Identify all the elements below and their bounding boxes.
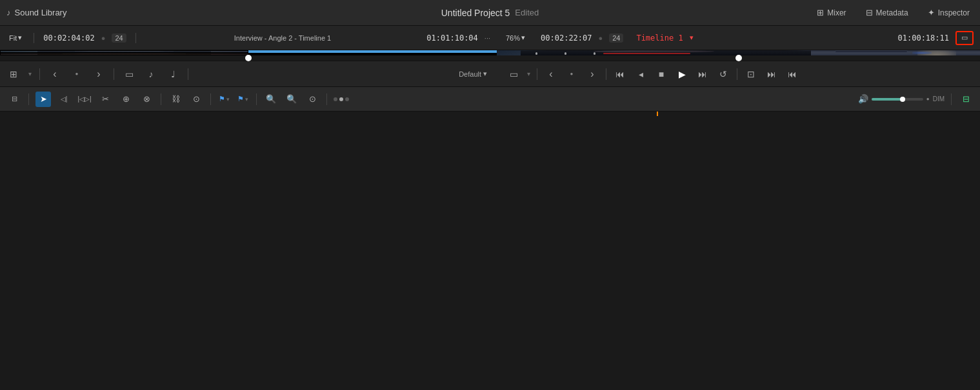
zoom-in-button[interactable]: 🔍 [263, 92, 279, 107]
zoom-in-icon: 🔍 [266, 94, 276, 104]
select-icon: ➤ [40, 94, 47, 104]
left-playhead-time: 01:01:10:04 [426, 34, 477, 43]
toolbar-separator-5 [326, 93, 327, 105]
prev-cut-button[interactable]: ‹ [48, 67, 62, 81]
settings-icon: ⊟ [12, 95, 17, 103]
jog-mark-button[interactable]: ● [565, 67, 579, 81]
volume-icon: 🔊 [858, 94, 868, 104]
mark-button[interactable]: ● [70, 67, 84, 81]
skip-forward-button[interactable]: ⏭ [695, 67, 710, 81]
snapping-icon: ⊙ [193, 94, 200, 104]
dim-dot: ● [926, 96, 930, 102]
timeline-label: Timeline 1 [636, 34, 683, 43]
trim-both-icon: |◁▷| [77, 95, 91, 102]
left-fps-badge: 24 [112, 34, 126, 43]
zoom-dot-3[interactable] [345, 97, 349, 101]
snapping-button[interactable]: ⊙ [188, 92, 204, 107]
jog-prev-button[interactable]: ‹ [544, 67, 558, 81]
timeline-bar[interactable] [0, 111, 980, 116]
bottom-toolbar: ⊟ ➤ ◁| |◁▷| ✂ ⊕ ⊗ ⛓ ⊙ ⚑ ▾ ⚑ ▾ 🔍 🔍 ⊙ [0, 86, 980, 111]
zoom-fit-icon: ⊙ [309, 94, 316, 104]
jog-next-button[interactable]: › [585, 67, 599, 81]
loop-button[interactable]: ↺ [716, 67, 730, 81]
metadata-button[interactable]: ⊟ Metadata [862, 6, 912, 19]
left-column: Fit ▾ 00:02:04:02 ● 24 Interview - Angle… [0, 26, 497, 61]
volume-knob[interactable] [900, 97, 905, 102]
skip-fwd-icon: ⏭ [698, 69, 707, 79]
start-icon: ⏮ [788, 69, 797, 79]
inspector-button[interactable]: ✦ Inspector [924, 6, 974, 19]
panels-row: Fit ▾ 00:02:04:02 ● 24 Interview - Angle… [0, 26, 980, 61]
left-playback-controls: ⊞ ▾ ‹ ● › ▭ ♪ ♩ Default ▾ [0, 61, 497, 86]
mark-icon: ● [75, 71, 79, 77]
jog-next-icon: › [590, 68, 594, 80]
volume-area: 🔊 ● DIM [858, 94, 945, 104]
toolbar-separator-3 [210, 93, 211, 105]
zoom-out-button[interactable]: 🔍 [284, 92, 299, 107]
insert-button[interactable]: ⊕ [118, 92, 134, 107]
play-button[interactable]: ▶ [675, 67, 689, 81]
toolbar-separator-2 [161, 93, 161, 105]
sound-library-label[interactable]: Sound Library [15, 8, 67, 17]
volume-slider[interactable] [872, 98, 923, 101]
left-viewer-toolbar: Fit ▾ 00:02:04:02 ● 24 Interview - Angle… [0, 26, 497, 50]
next-cut-button[interactable]: › [92, 67, 106, 81]
timeline-settings-button[interactable]: ⊟ [6, 92, 22, 107]
zoom-fit-button[interactable]: ⊙ [305, 92, 320, 107]
viewer-mode-button[interactable]: ▭ [506, 67, 521, 81]
zoom-percent-dropdown[interactable]: 76% ▾ [503, 32, 528, 43]
audio-meter-button[interactable]: ⊟ [958, 92, 974, 107]
fit-chevron-icon: ▾ [18, 34, 22, 42]
overwrite-button[interactable]: ⊗ [139, 92, 154, 107]
inspector-icon: ✦ [928, 8, 935, 17]
music-icon: ♪ [6, 8, 11, 17]
top-bar-center: Untitled Project 5 Edited [441, 8, 539, 18]
edited-badge: Edited [515, 8, 539, 17]
left-playhead-knob[interactable] [245, 55, 252, 61]
play-icon: ▶ [679, 69, 686, 79]
trim-left-button[interactable]: ◁| [56, 92, 72, 107]
select-tool-button[interactable]: ➤ [35, 92, 51, 107]
more-options-button[interactable]: ··· [485, 34, 490, 42]
timeline-playhead[interactable] [657, 112, 658, 116]
crop-button[interactable]: ⊡ [744, 67, 758, 81]
default-dropdown[interactable]: Default ▾ [455, 68, 490, 79]
jog-mark-icon: ● [570, 71, 574, 77]
prev-cut-icon: ‹ [53, 68, 56, 80]
audio-multicam-button[interactable]: ♪ [144, 67, 158, 81]
audio-meter-icon: ⊟ [963, 94, 970, 104]
next-cut-icon: › [97, 68, 100, 80]
step-back-button[interactable]: ◂ [634, 67, 648, 81]
fit-dropdown[interactable]: Fit ▾ [6, 32, 25, 43]
right-timecode: 00:02:22:07 [541, 34, 592, 43]
flag-chevron-icon: ▾ [226, 96, 230, 102]
mixer-button[interactable]: ⊞ Mixer [813, 6, 850, 19]
zoom-chevron-icon: ▾ [521, 34, 525, 42]
skip-start-icon: ⏮ [615, 69, 625, 79]
right-playhead-knob[interactable] [735, 55, 742, 61]
right-viewer-toolbar: 76% ▾ 00:02:22:07 ● 24 Timeline 1 ▾ 01:0… [497, 26, 980, 50]
loop-icon: ↺ [719, 69, 727, 79]
monitor-view-button[interactable]: ▭ [122, 67, 136, 81]
right-playhead-bar [497, 55, 980, 61]
fullscreen-button[interactable]: ▭ [955, 31, 974, 45]
step-back-icon: ◂ [639, 69, 643, 79]
zoom-dot-2[interactable] [339, 97, 343, 101]
marker-dropdown[interactable]: ⚑ ▾ [236, 93, 250, 104]
right-playhead-time: 01:00:18:11 [898, 34, 949, 43]
end-skip-button[interactable]: ⏭ [765, 67, 779, 81]
timeline-chevron-icon: ▾ [690, 34, 694, 42]
link-button[interactable]: ⛓ [168, 92, 183, 107]
blade-icon: ✂ [102, 94, 109, 104]
start-skip-button[interactable]: ⏮ [785, 67, 799, 81]
zoom-dot-1[interactable] [334, 97, 337, 101]
blade-button[interactable]: ✂ [97, 92, 113, 107]
trim-both-button[interactable]: |◁▷| [77, 92, 92, 107]
insert-icon: ⊕ [123, 94, 130, 104]
skip-to-start-button[interactable]: ⏮ [613, 67, 627, 81]
note-button[interactable]: ♩ [166, 67, 180, 81]
stop-button[interactable]: ■ [654, 67, 668, 81]
multicam-layout-button[interactable]: ⊞ [6, 67, 21, 81]
dim-label[interactable]: DIM [933, 95, 945, 102]
flag-dropdown[interactable]: ⚑ ▾ [217, 93, 231, 104]
